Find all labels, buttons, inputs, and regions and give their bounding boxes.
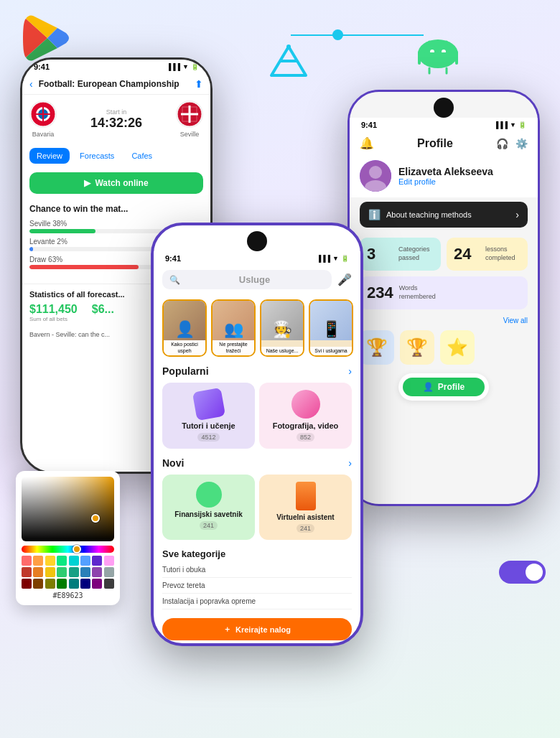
profile-tab-active[interactable]: 👤 Profile [403, 378, 485, 396]
service-thumb-1[interactable]: 👥 Ne prestajite tražeći [211, 299, 256, 357]
novi-card-1[interactable]: Virtuelni asistent 241 [259, 475, 352, 540]
tab-review[interactable]: Review [29, 148, 70, 164]
gear-icon[interactable]: ⚙️ [515, 138, 528, 149]
search-bar[interactable]: 🔍 Usluge [162, 270, 332, 289]
swatch-12[interactable] [69, 567, 79, 577]
headphone-icon[interactable]: 🎧 [496, 138, 508, 149]
profile-header-icons: 🎧 ⚙️ [496, 138, 528, 149]
android-icon [409, 29, 467, 79]
swatch-3[interactable] [57, 556, 67, 566]
popular-card-0[interactable]: Tutori i učenje 4512 [162, 383, 255, 449]
hue-knob [73, 545, 81, 554]
edit-profile-link[interactable]: Edit profile [398, 177, 493, 186]
popular-shape-pink [291, 390, 320, 419]
profile-header: 🔔 Profile 🎧 ⚙️ [350, 132, 538, 154]
sports-header: ‹ Football: European Championship ⬆ [22, 74, 210, 95]
match-center: Start in 14:32:26 [57, 108, 176, 131]
stat-desc-lessons: lessonscompleted [485, 246, 515, 262]
right-status-bar: 9:41 ▐▐▐▼🔋 [350, 118, 538, 132]
trophy-star: ⭐ [440, 330, 475, 365]
tab-cafes[interactable]: Cafes [124, 148, 159, 164]
center-status-bar: 9:41 ▐▐▐▼🔋 [154, 251, 360, 266]
center-status-icons: ▐▐▐▼🔋 [317, 255, 349, 262]
categories-title: Sve kategorije [162, 548, 352, 559]
swatch-23[interactable] [104, 579, 114, 589]
novi-card-title-0: Finansijski savetnik [174, 510, 243, 518]
swatch-6[interactable] [92, 556, 102, 566]
right-phone: 9:41 ▐▐▐▼🔋 🔔 Profile 🎧 ⚙️ Elizaveta Alek… [347, 90, 540, 506]
color-swatches [22, 556, 114, 589]
swatch-16[interactable] [22, 579, 32, 589]
popular-card-1[interactable]: Fotografija, video 852 [259, 383, 352, 449]
share-button[interactable]: ⬆ [195, 78, 203, 90]
center-time: 9:41 [165, 254, 181, 263]
watch-online-button[interactable]: ▶ Watch online [29, 172, 203, 194]
category-1[interactable]: Prevoz tereta [162, 578, 352, 594]
swatch-13[interactable] [80, 567, 90, 577]
swatch-1[interactable] [33, 556, 43, 566]
teaching-arrow-icon: › [515, 209, 519, 220]
swatch-20[interactable] [69, 579, 79, 589]
center-notch [247, 231, 267, 251]
service-thumb-2[interactable]: 🧑‍🍳 Naše usluge... [260, 299, 304, 357]
swatch-5[interactable] [80, 556, 90, 566]
swatch-10[interactable] [45, 567, 55, 577]
google-play-icon [20, 13, 70, 63]
toggle-switch[interactable] [499, 561, 546, 584]
novi-card-count-1: 241 [297, 524, 314, 533]
popular-shape-purple [192, 388, 225, 421]
novi-card-0[interactable]: Finansijski savetnik 241 [162, 475, 255, 540]
search-icon: 🔍 [169, 275, 180, 285]
swatch-8[interactable] [22, 567, 32, 577]
hue-bar[interactable] [22, 546, 114, 553]
mic-icon[interactable]: 🎤 [337, 273, 352, 286]
swatch-22[interactable] [92, 579, 102, 589]
sum-value: $111,450 [29, 303, 78, 316]
swatch-4[interactable] [69, 556, 79, 566]
swatch-15[interactable] [104, 567, 114, 577]
svg-point-15 [369, 166, 382, 179]
swatch-19[interactable] [57, 579, 67, 589]
start-in-label: Start in [57, 108, 176, 116]
left-status-icons: ▐▐▐▼🔋 [167, 63, 199, 70]
bell-icon[interactable]: 🔔 [360, 136, 374, 150]
swatch-9[interactable] [33, 567, 43, 577]
swatch-11[interactable] [57, 567, 67, 577]
swatch-17[interactable] [33, 579, 43, 589]
avatar [360, 160, 391, 192]
info-icon: ℹ️ [368, 209, 381, 220]
back-button[interactable]: ‹ [29, 78, 33, 90]
swatch-2[interactable] [45, 556, 55, 566]
color-picker: #E89623 [16, 471, 120, 605]
swatch-18[interactable] [45, 579, 55, 589]
avg-value: $6... [92, 303, 114, 316]
svg-rect-4 [424, 52, 452, 62]
create-account-button[interactable]: ＋ Kreirajte nalog [162, 618, 352, 640]
service-thumb-3[interactable]: 📱 Svi i uslugama [309, 299, 353, 357]
right-time: 9:41 [361, 121, 377, 129]
color-gradient[interactable] [22, 477, 114, 541]
team-right-logo [176, 101, 203, 128]
stat-desc-categories: Categoriespassed [398, 246, 430, 262]
swatch-21[interactable] [80, 579, 90, 589]
right-status-icons: ▐▐▐▼🔋 [494, 121, 526, 129]
category-2[interactable]: Instalacija i popravka opreme [162, 594, 352, 609]
category-0[interactable]: Tutori i obuka [162, 562, 352, 578]
search-row: 🔍 Usluge 🎤 [154, 266, 360, 294]
swatch-0[interactable] [22, 556, 32, 566]
view-all-link[interactable]: View all [503, 317, 528, 324]
swatch-14[interactable] [92, 567, 102, 577]
left-status-bar: 9:41 ▐▐▐▼🔋 [22, 60, 210, 74]
chance-title: Chance to win the mat... [29, 204, 203, 214]
tab-forecasts[interactable]: Forecasts [73, 148, 121, 164]
profile-tab-bar: 👤 Profile [350, 373, 538, 401]
popularni-arrow[interactable]: › [348, 365, 352, 377]
stats-grid: 3 Categoriespassed 24 lessonscompleted 2… [350, 232, 538, 315]
service-thumb-0[interactable]: 👤 Kako postici uspeh [162, 299, 207, 357]
swatch-7[interactable] [104, 556, 114, 566]
stat-number-categories: 3 [367, 245, 393, 263]
teaching-banner[interactable]: ℹ️ About teaching methods › [360, 202, 528, 228]
novi-arrow[interactable]: › [348, 457, 352, 469]
profile-user-row: Elizaveta Alekseeva Edit profile [350, 154, 538, 197]
search-title: Usluge [185, 274, 325, 285]
